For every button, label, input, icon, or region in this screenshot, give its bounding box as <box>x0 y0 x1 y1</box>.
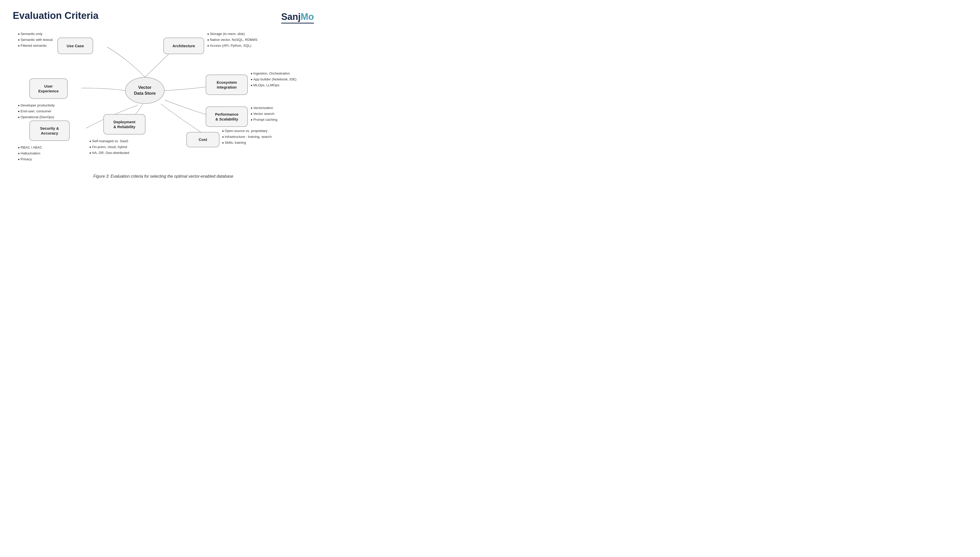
cost-bullets: Open-source vs. proprietary Infrastructu… <box>222 128 271 146</box>
use-case-bullet-3: Filtered semantic <box>18 43 52 49</box>
cost-box: Cost <box>186 132 219 147</box>
logo-sanj: Sanj <box>281 11 301 22</box>
use-case-bullet-2: Semantic with lexical <box>18 37 52 43</box>
page-title: Evaluation Criteria <box>13 10 99 21</box>
dep-bullet-3: HA, DR, Geo-distributed <box>89 150 129 156</box>
deployment-bullets: Self-managed vs. SaaS On-prem, cloud, hy… <box>89 138 129 156</box>
use-case-bullets: Semantic-only Semantic with lexical Filt… <box>18 31 52 49</box>
security-bullets: RBAC / ABAC Hallucination Privacy <box>18 145 42 162</box>
logo-underline <box>281 23 314 23</box>
cost-bullet-1: Open-source vs. proprietary <box>222 128 271 134</box>
ux-bullet-1: Developer productivity <box>18 103 55 109</box>
eco-bullet-3: MLOps, LLMOps <box>250 83 296 88</box>
architecture-box: Architecture <box>163 37 204 54</box>
dep-bullet-2: On-prem, cloud, hybrid <box>89 144 129 150</box>
cost-bullet-3: Skills, training <box>222 140 271 146</box>
ux-label: UserExperience <box>38 84 59 94</box>
sec-bullet-1: RBAC / ABAC <box>18 145 42 151</box>
architecture-bullets: Storage (in-mem, disk) Native vector, No… <box>207 31 257 49</box>
arch-bullet-3: Access (API, Python, SQL) <box>207 43 257 49</box>
eco-bullet-2: App builder (Notebook, IDE) <box>250 77 296 83</box>
sec-bullet-3: Privacy <box>18 156 42 162</box>
user-experience-box: UserExperience <box>29 78 68 99</box>
center-node: VectorData Store <box>125 77 165 104</box>
cost-bullet-2: Infrastructure - training, search <box>222 134 271 140</box>
performance-label: Performance& Scalability <box>215 112 239 122</box>
ecosystem-box: EcosystemIntegration <box>206 75 248 95</box>
ux-bullet-3: Operational (DevOps) <box>18 114 55 120</box>
dep-bullet-1: Self-managed vs. SaaS <box>89 138 129 144</box>
perf-bullet-3: Prompt caching <box>250 117 277 123</box>
ux-bullet-2: End-user, consumer <box>18 109 55 114</box>
architecture-label: Architecture <box>172 43 195 49</box>
perf-bullet-1: Vectorization <box>250 105 277 111</box>
deployment-label: Deployment& Reliability <box>114 119 135 129</box>
cost-label: Cost <box>198 137 207 142</box>
security-box: Security &Accuracy <box>29 121 70 141</box>
ux-bullets: Developer productivity End-user, consume… <box>18 103 55 120</box>
sec-bullet-2: Hallucination <box>18 151 42 156</box>
ecosystem-label: EcosystemIntegration <box>217 80 237 90</box>
security-label: Security &Accuracy <box>40 126 59 136</box>
diagram-area: VectorData Store Use Case Semantic-only … <box>13 26 314 169</box>
eco-bullet-1: Ingestion, Orchestration <box>250 71 296 77</box>
performance-bullets: Vectorization Vector search Prompt cachi… <box>250 105 277 123</box>
deployment-box: Deployment& Reliability <box>103 114 145 135</box>
arch-bullet-2: Native vector, NoSQL, RDBMS <box>207 37 257 43</box>
figure-caption: Figure 3: Evaluation criteria for select… <box>13 174 314 179</box>
header: Evaluation Criteria SanjMo <box>13 10 314 23</box>
ecosystem-bullets: Ingestion, Orchestration App builder (No… <box>250 71 296 88</box>
use-case-box: Use Case <box>57 37 93 54</box>
center-label: VectorData Store <box>134 85 156 96</box>
logo-mo: Mo <box>301 11 314 22</box>
performance-box: Performance& Scalability <box>206 106 248 127</box>
logo: SanjMo <box>281 10 314 23</box>
page-container: Evaluation Criteria SanjMo <box>0 0 327 186</box>
use-case-label: Use Case <box>67 43 84 49</box>
perf-bullet-2: Vector search <box>250 111 277 117</box>
arch-bullet-1: Storage (in-mem, disk) <box>207 31 257 37</box>
use-case-bullet-1: Semantic-only <box>18 31 52 37</box>
